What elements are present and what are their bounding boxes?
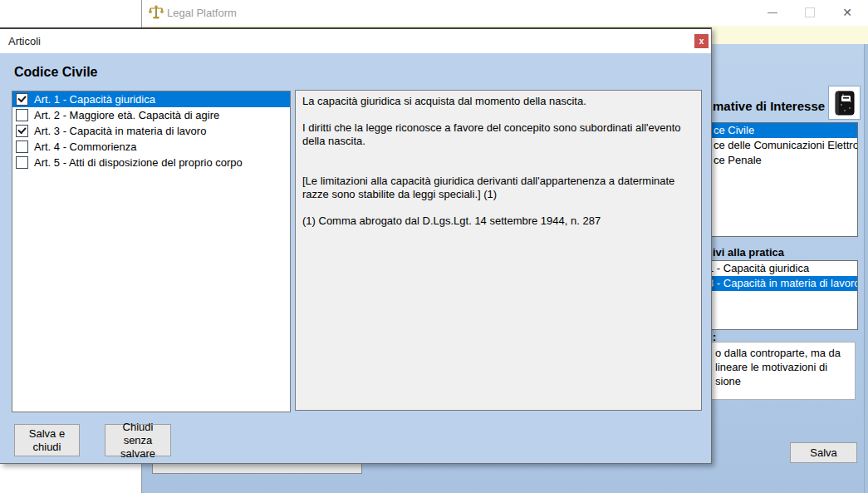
checkbox-unchecked[interactable] <box>16 141 28 153</box>
dialog-close-button[interactable]: x <box>694 34 709 48</box>
normative-di-interesse-heading: mative di Interesse <box>713 99 825 113</box>
checkbox-checked[interactable] <box>16 125 28 137</box>
article-label: Art. 3 - Capacità in materia di lavoro <box>34 125 206 137</box>
list-item-label: ce delle Comunicazioni Elettronich <box>714 139 857 151</box>
minimize-icon <box>767 12 777 13</box>
scales-icon <box>149 5 164 20</box>
close-icon: ✕ <box>842 6 852 19</box>
dialog-title: Articoli <box>8 35 41 47</box>
dialog-titlebar: Articoli x <box>0 29 711 53</box>
list-item[interactable]: ce delle Comunicazioni Elettronich <box>704 138 857 153</box>
list-item[interactable]: 3 - Capacità in materia di lavoro <box>704 276 857 291</box>
list-item-label: 1 - Capacità giuridica <box>708 262 809 274</box>
book-icon <box>835 91 855 116</box>
window-right-edge <box>864 44 868 493</box>
articoli-dialog: Articoli x Codice Civile Art. 1 - Capaci… <box>0 27 712 464</box>
pratica-listbox[interactable]: 1 - Capacità giuridica 3 - Capacità in m… <box>703 260 858 330</box>
save-and-close-button[interactable]: Salva e chiudi <box>14 424 80 456</box>
codici-book-button[interactable] <box>828 86 861 120</box>
list-item-label: ce Civile <box>714 124 754 136</box>
close-button[interactable]: ✕ <box>829 0 866 25</box>
article-row[interactable]: Art. 2 - Maggiore età. Capacità di agire <box>12 107 290 123</box>
window-title: Legal Platform <box>167 7 237 19</box>
checkbox-checked[interactable] <box>16 93 28 106</box>
normative-listbox[interactable]: ce Civile ce delle Comunicazioni Elettro… <box>703 122 858 237</box>
note-textbox[interactable]: o dalla controparte, ma da lineare le mo… <box>703 342 856 400</box>
main-titlebar: Legal Platform ✕ <box>142 0 868 27</box>
article-row[interactable]: Art. 3 - Capacità in materia di lavoro <box>12 123 290 139</box>
article-row[interactable]: Art. 4 - Commorienza <box>12 139 290 155</box>
list-item-label: 3 - Capacità in materia di lavoro <box>708 277 857 289</box>
list-item[interactable]: ce Civile <box>704 123 857 138</box>
maximize-icon <box>805 7 815 17</box>
list-item[interactable]: ce Penale <box>704 153 857 168</box>
maximize-button[interactable] <box>792 0 828 25</box>
checkbox-unchecked[interactable] <box>16 156 28 169</box>
article-row[interactable]: Art. 5 - Atti di disposizione del propri… <box>12 155 290 170</box>
article-label: Art. 1 - Capacità giuridica <box>34 93 155 106</box>
list-item[interactable]: 1 - Capacità giuridica <box>704 261 857 276</box>
article-label: Art. 5 - Atti di disposizione del propri… <box>34 156 243 169</box>
codice-civile-heading: Codice Civile <box>14 65 97 80</box>
close-without-saving-button[interactable]: Chiudi senza salvare <box>105 424 171 456</box>
list-item-label: ce Penale <box>714 154 762 166</box>
article-label: Art. 4 - Commorienza <box>34 141 137 153</box>
checkbox-unchecked[interactable] <box>16 109 28 121</box>
article-label: Art. 2 - Maggiore età. Capacità di agire <box>34 109 219 121</box>
articoli-pratica-heading: ivi alla pratica <box>713 246 784 259</box>
article-text-panel[interactable]: La capacità giuridica si acquista dal mo… <box>295 90 702 411</box>
article-row[interactable]: Art. 1 - Capacità giuridica <box>12 91 290 107</box>
minimize-button[interactable] <box>754 0 791 25</box>
salva-button[interactable]: Salva <box>790 442 857 463</box>
article-checkbox-list[interactable]: Art. 1 - Capacità giuridica Art. 2 - Mag… <box>12 91 291 412</box>
